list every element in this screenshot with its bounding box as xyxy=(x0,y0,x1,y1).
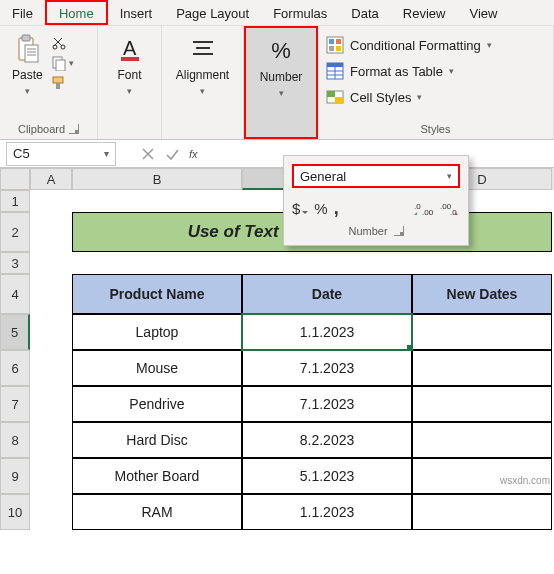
clipboard-launcher[interactable] xyxy=(69,124,79,134)
row-header[interactable]: 9 xyxy=(0,458,30,494)
svg-rect-25 xyxy=(327,63,343,67)
group-styles: Conditional Formatting ▾ Format as Table… xyxy=(318,26,554,139)
table-cell[interactable]: 5.1.2023 xyxy=(242,458,412,494)
cell[interactable] xyxy=(30,274,72,314)
formula-bar: C5 ▾ fx xyxy=(0,140,554,168)
table-cell[interactable] xyxy=(412,314,552,350)
menu-home[interactable]: Home xyxy=(45,0,108,25)
number-launcher[interactable] xyxy=(394,226,404,236)
table-cell[interactable]: 7.1.2023 xyxy=(242,386,412,422)
menu-review[interactable]: Review xyxy=(391,0,458,25)
select-all-corner[interactable] xyxy=(0,168,30,190)
table-cell[interactable]: 8.2.2023 xyxy=(242,422,412,458)
cell[interactable] xyxy=(30,190,72,212)
cell[interactable] xyxy=(30,314,72,350)
row-header[interactable]: 8 xyxy=(0,422,30,458)
table-cell[interactable]: Laptop xyxy=(72,314,242,350)
menu-insert[interactable]: Insert xyxy=(108,0,165,25)
row-header[interactable]: 3 xyxy=(0,252,30,274)
fx-button[interactable]: fx xyxy=(184,142,208,166)
conditional-formatting-button[interactable]: Conditional Formatting ▾ xyxy=(326,34,492,56)
menu-view[interactable]: View xyxy=(457,0,509,25)
row-header[interactable]: 5 xyxy=(0,314,30,350)
header-product-name[interactable]: Product Name xyxy=(72,274,242,314)
copy-button[interactable]: ▾ xyxy=(51,54,74,72)
col-header-a[interactable]: A xyxy=(30,168,72,190)
decrease-decimal-button[interactable]: .00.0 xyxy=(440,201,460,217)
cell[interactable] xyxy=(30,494,72,530)
cell-styles-icon xyxy=(326,88,344,106)
ribbon: Paste ▾ ▾ Clipboard xyxy=(0,26,554,140)
fx-icon: fx xyxy=(188,146,204,162)
cell[interactable] xyxy=(30,350,72,386)
alignment-label: Alignment xyxy=(176,68,229,82)
svg-text:.00: .00 xyxy=(422,208,434,217)
svg-rect-23 xyxy=(336,46,341,51)
menu-data[interactable]: Data xyxy=(339,0,390,25)
watermark: wsxdn.com xyxy=(500,475,550,486)
row-header[interactable]: 4 xyxy=(0,274,30,314)
svg-rect-20 xyxy=(329,39,334,44)
svg-text:.0: .0 xyxy=(450,208,457,217)
chevron-down-icon: ▾ xyxy=(279,88,284,98)
table-cell[interactable] xyxy=(412,386,552,422)
col-header-b[interactable]: B xyxy=(72,168,242,190)
table-cell[interactable]: 1.1.2023 xyxy=(242,494,412,530)
cell-styles-button[interactable]: Cell Styles ▾ xyxy=(326,86,492,108)
table-cell[interactable]: 7.1.2023 xyxy=(242,350,412,386)
cancel-button[interactable] xyxy=(136,142,160,166)
table-cell[interactable]: RAM xyxy=(72,494,242,530)
table-cell[interactable] xyxy=(412,494,552,530)
comma-button[interactable]: , xyxy=(334,198,339,219)
format-painter-button[interactable] xyxy=(51,74,74,92)
cond-fmt-label: Conditional Formatting xyxy=(350,38,481,53)
selected-cell[interactable]: 1.1.2023 xyxy=(242,314,412,350)
menu-formulas[interactable]: Formulas xyxy=(261,0,339,25)
chevron-down-icon: ▾ xyxy=(449,66,454,76)
cell[interactable] xyxy=(412,252,552,274)
increase-decimal-button[interactable]: .0.00 xyxy=(414,201,434,217)
menu-page-layout[interactable]: Page Layout xyxy=(164,0,261,25)
table-cell[interactable]: Mother Board xyxy=(72,458,242,494)
enter-button[interactable] xyxy=(160,142,184,166)
cell[interactable] xyxy=(72,252,242,274)
name-box[interactable]: C5 ▾ xyxy=(6,142,116,166)
row-header[interactable]: 7 xyxy=(0,386,30,422)
header-new-dates[interactable]: New Dates xyxy=(412,274,552,314)
cell[interactable] xyxy=(30,458,72,494)
menu-bar: File Home Insert Page Layout Formulas Da… xyxy=(0,0,554,26)
font-button[interactable]: A Font ▾ xyxy=(110,30,150,100)
table-cell[interactable]: Mouse xyxy=(72,350,242,386)
table-cell[interactable]: Pendrive xyxy=(72,386,242,422)
svg-rect-2 xyxy=(25,45,38,62)
number-button[interactable]: % Number ▾ xyxy=(254,32,309,102)
cell[interactable] xyxy=(30,422,72,458)
currency-button[interactable]: $ xyxy=(292,200,308,217)
table-cell[interactable] xyxy=(412,350,552,386)
cell[interactable] xyxy=(72,190,242,212)
paste-icon xyxy=(14,34,40,64)
paste-button[interactable]: Paste ▾ xyxy=(6,30,49,100)
format-as-table-button[interactable]: Format as Table ▾ xyxy=(326,60,492,82)
header-date[interactable]: Date xyxy=(242,274,412,314)
svg-text:fx: fx xyxy=(189,148,198,160)
number-format-combo[interactable]: General ▾ xyxy=(292,164,460,188)
row-header[interactable]: 2 xyxy=(0,212,30,252)
cell[interactable] xyxy=(30,386,72,422)
chevron-down-icon: ▾ xyxy=(417,92,422,102)
alignment-button[interactable]: Alignment ▾ xyxy=(170,30,235,100)
cell[interactable] xyxy=(30,252,72,274)
row-header[interactable]: 10 xyxy=(0,494,30,530)
chevron-down-icon: ▾ xyxy=(127,86,132,96)
row-header[interactable]: 6 xyxy=(0,350,30,386)
row-header[interactable]: 1 xyxy=(0,190,30,212)
percent-button[interactable]: % xyxy=(314,200,327,217)
table-cell[interactable] xyxy=(412,422,552,458)
svg-rect-12 xyxy=(53,77,63,83)
cell[interactable] xyxy=(30,212,72,252)
table-cell[interactable]: Hard Disc xyxy=(72,422,242,458)
table-icon xyxy=(326,62,344,80)
cut-button[interactable] xyxy=(51,34,74,52)
menu-file[interactable]: File xyxy=(0,0,45,25)
cell[interactable] xyxy=(242,252,412,274)
